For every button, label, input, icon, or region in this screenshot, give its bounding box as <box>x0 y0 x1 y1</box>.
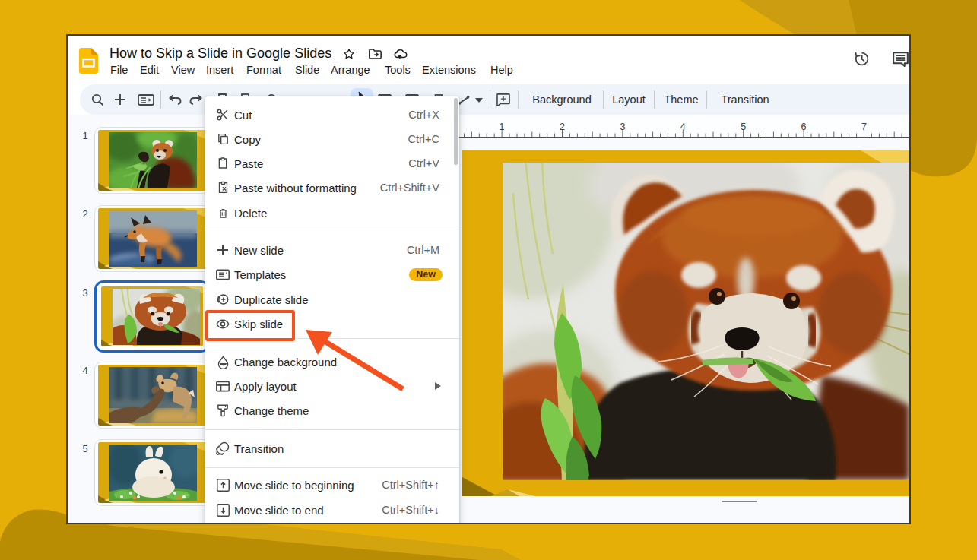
svg-text:4: 4 <box>680 122 686 132</box>
svg-text:5: 5 <box>741 122 746 132</box>
svg-text:7: 7 <box>861 122 867 132</box>
svg-text:1: 1 <box>500 122 505 132</box>
svg-text:2: 2 <box>560 122 565 132</box>
svg-text:3: 3 <box>620 122 625 132</box>
svg-text:6: 6 <box>801 122 807 132</box>
